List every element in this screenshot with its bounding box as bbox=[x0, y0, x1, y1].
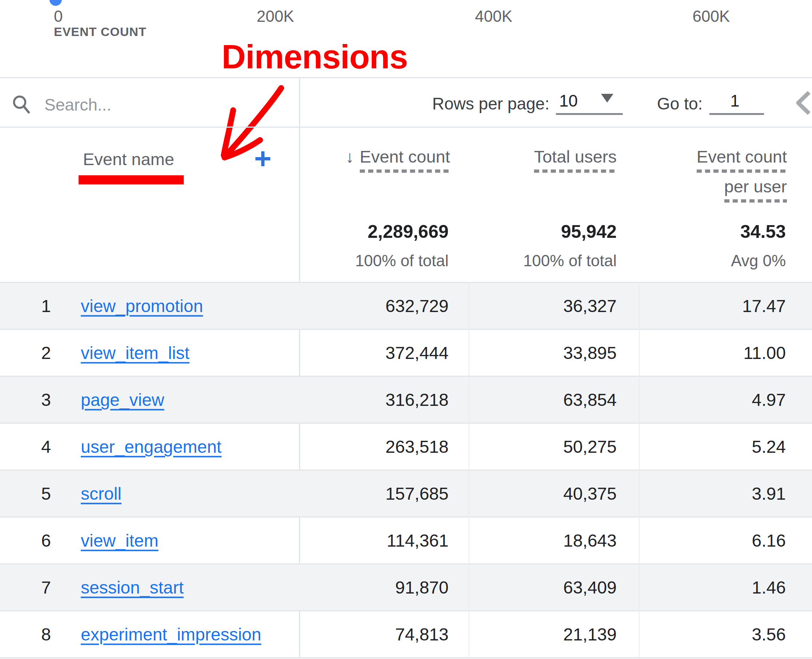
event-count-cell: 632,729 bbox=[385, 296, 449, 316]
event-count-per-user-cell: 4.97 bbox=[752, 390, 786, 410]
event-count-per-user-cell: 1.46 bbox=[752, 577, 786, 598]
event-count-per-user-total-value: 34.53 bbox=[731, 221, 786, 242]
dashed-underline bbox=[697, 169, 787, 173]
axis-tick-400k: 400K bbox=[454, 7, 534, 25]
go-to-underline bbox=[710, 113, 764, 115]
total-users-cell: 33,895 bbox=[563, 343, 616, 363]
event-name-link[interactable]: view_item_list bbox=[81, 343, 189, 363]
event-name-link[interactable]: session_start bbox=[81, 577, 184, 598]
total-users-cell: 21,139 bbox=[563, 624, 616, 645]
event-count-total-sub: 100% of total bbox=[355, 252, 449, 270]
rows-per-page-underline bbox=[556, 113, 623, 115]
event-name-link[interactable]: experiment_impression bbox=[81, 624, 261, 645]
chevron-down-icon[interactable] bbox=[601, 94, 613, 102]
total-users-total-value: 95,942 bbox=[523, 221, 616, 242]
event-name-column-header[interactable]: Event name bbox=[83, 149, 174, 169]
rows-per-page-select[interactable]: 10 bbox=[559, 91, 578, 110]
divider-toolbar bbox=[0, 126, 812, 128]
search-input[interactable]: Search... bbox=[44, 95, 111, 115]
row-index: 1 bbox=[29, 296, 51, 316]
event-count-cell: 74,813 bbox=[395, 624, 449, 645]
axis-title-event-count: EVENT COUNT bbox=[54, 25, 147, 39]
annotation-red-underline bbox=[79, 175, 184, 184]
total-users-cell: 36,327 bbox=[563, 296, 616, 316]
axis-tick-0: 0 bbox=[54, 7, 63, 25]
event-count-per-user-total-sub: Avg 0% bbox=[731, 252, 786, 270]
dashed-underline bbox=[360, 169, 450, 173]
annotation-dimensions-label: Dimensions bbox=[218, 38, 411, 76]
event-count-per-user-cell: 5.24 bbox=[752, 437, 786, 457]
axis-tick-600k: 600K bbox=[671, 7, 751, 25]
event-name-link[interactable]: user_engagement bbox=[81, 437, 222, 457]
table-row: 4 user_engagement 263,518 50,275 5.24 bbox=[0, 423, 812, 470]
table-row: 6 view_item 114,361 18,643 6.16 bbox=[0, 516, 812, 563]
row-index: 3 bbox=[29, 390, 51, 410]
event-count-per-user-header-line1: Event count bbox=[697, 147, 787, 166]
event-count-per-user-cell: 3.56 bbox=[752, 624, 786, 645]
row-index: 6 bbox=[29, 531, 51, 550]
sort-descending-icon[interactable]: ↓ bbox=[345, 147, 354, 166]
event-count-column-header[interactable]: ↓Event count bbox=[345, 147, 450, 173]
event-count-header-label: Event count bbox=[360, 147, 450, 166]
total-users-cell: 63,854 bbox=[563, 390, 616, 410]
table-row: 7 session_start 91,870 63,409 1.46 bbox=[0, 563, 812, 610]
total-users-cell: 63,409 bbox=[563, 577, 616, 598]
total-users-total-sub: 100% of total bbox=[523, 252, 616, 270]
event-count-cell: 157,685 bbox=[385, 484, 449, 504]
event-count-per-user-totals: 34.53 Avg 0% bbox=[731, 221, 786, 270]
table-row: 3 page_view 316,218 63,854 4.97 bbox=[0, 376, 812, 423]
event-count-cell: 372,444 bbox=[385, 343, 449, 363]
event-count-per-user-header-line2: per user bbox=[724, 177, 787, 196]
search-icon[interactable] bbox=[13, 95, 30, 115]
row-index: 2 bbox=[29, 343, 51, 363]
rows-per-page-label: Rows per page: bbox=[432, 94, 549, 114]
table-row: 2 view_item_list 372,444 33,895 11.00 bbox=[0, 329, 812, 376]
total-users-totals: 95,942 100% of total bbox=[523, 221, 616, 270]
annotation-arrow-icon bbox=[202, 78, 300, 171]
table-row: 5 scroll 157,685 40,375 3.91 bbox=[0, 470, 812, 516]
go-to-input[interactable]: 1 bbox=[713, 91, 757, 110]
event-name-link[interactable]: scroll bbox=[81, 484, 121, 504]
row-index: 4 bbox=[29, 437, 51, 457]
divider-top bbox=[0, 77, 812, 78]
event-count-per-user-cell: 17.47 bbox=[742, 296, 786, 316]
chevron-left-icon[interactable] bbox=[795, 90, 812, 116]
row-index: 8 bbox=[29, 624, 51, 645]
total-users-column-header[interactable]: Total users bbox=[534, 147, 616, 173]
event-count-per-user-cell: 3.91 bbox=[752, 484, 786, 504]
event-count-totals: 2,289,669 100% of total bbox=[355, 221, 449, 270]
table-row: 8 experiment_impression 74,813 21,139 3.… bbox=[0, 610, 812, 657]
scatter-point bbox=[49, 0, 62, 6]
row-index: 5 bbox=[29, 484, 51, 504]
table-row-partial bbox=[0, 657, 812, 659]
event-count-cell: 316,218 bbox=[385, 390, 449, 410]
event-count-per-user-cell: 6.16 bbox=[752, 531, 786, 550]
event-count-per-user-column-header[interactable]: Event count per user bbox=[697, 147, 787, 203]
dashed-underline bbox=[724, 199, 787, 203]
dashed-underline bbox=[534, 169, 616, 173]
total-users-cell: 40,375 bbox=[563, 484, 616, 504]
event-count-total-value: 2,289,669 bbox=[355, 221, 449, 242]
event-count-cell: 114,361 bbox=[387, 531, 449, 550]
event-count-cell: 91,870 bbox=[395, 577, 449, 598]
row-index: 7 bbox=[29, 577, 51, 598]
total-users-header-label: Total users bbox=[534, 147, 616, 166]
axis-tick-200k: 200K bbox=[235, 7, 315, 25]
event-name-link[interactable]: view_item bbox=[81, 531, 158, 550]
table-rows: 1 view_promotion 632,729 36,327 17.47 2 … bbox=[0, 282, 812, 659]
go-to-label: Go to: bbox=[657, 94, 703, 114]
table-row: 1 view_promotion 632,729 36,327 17.47 bbox=[0, 282, 812, 329]
event-name-link[interactable]: page_view bbox=[81, 390, 164, 410]
add-dimension-button[interactable] bbox=[255, 151, 271, 167]
total-users-cell: 50,275 bbox=[563, 437, 616, 457]
event-count-cell: 263,518 bbox=[385, 437, 449, 457]
total-users-cell: 18,643 bbox=[563, 531, 616, 550]
event-name-link[interactable]: view_promotion bbox=[81, 296, 203, 316]
event-count-per-user-cell: 11.00 bbox=[743, 343, 786, 363]
